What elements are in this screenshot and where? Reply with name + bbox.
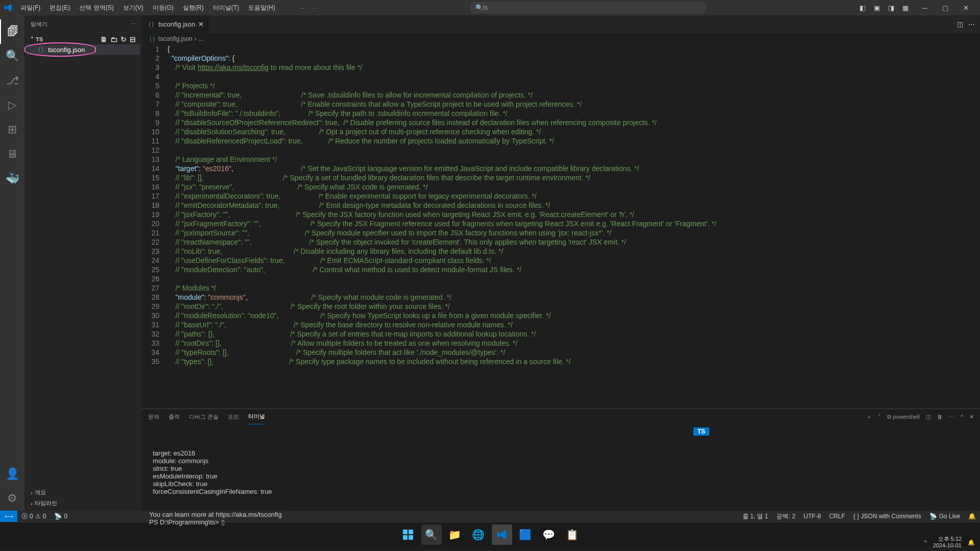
tsconfig-file-icon: { } bbox=[37, 45, 45, 54]
menu-help[interactable]: 도움말(H) bbox=[244, 2, 279, 14]
command-center-search[interactable]: 🔍 ts bbox=[471, 2, 706, 13]
activity-search-icon[interactable]: 🔍 bbox=[0, 44, 25, 68]
code-editor[interactable]: 1234567891011121314151617181920212223242… bbox=[142, 44, 980, 409]
remote-button[interactable]: ⟷ bbox=[0, 511, 17, 522]
chevron-down-icon: ˅ bbox=[31, 36, 34, 43]
panel-tab-terminal[interactable]: 터미널 bbox=[248, 409, 265, 424]
terminal-split-icon[interactable]: ◫ bbox=[926, 410, 931, 424]
sidebar: 탐색기 ⋯ ˅ TS 🗎 🗀 ↻ ⊟ { } tsconfig.json bbox=[25, 15, 142, 511]
bottom-panel: 문제 출력 디버그 콘솔 포트 터미널 ＋ ˅ ⧉ powershell ◫ 🗑… bbox=[142, 409, 980, 511]
breadcrumb[interactable]: { } tsconfig.json › ... bbox=[142, 33, 980, 44]
activity-remote-icon[interactable]: 🖥 bbox=[0, 142, 25, 166]
window-close-button[interactable]: ✕ bbox=[955, 0, 976, 15]
tab-close-button[interactable]: ✕ bbox=[198, 20, 204, 28]
activity-docker-icon[interactable]: 🐳 bbox=[0, 166, 25, 191]
activity-account-icon[interactable]: 👤 bbox=[0, 462, 25, 486]
terminal-kill-icon[interactable]: 🗑 bbox=[937, 410, 943, 423]
terminal-content[interactable]: TS target: es2016 module: commonjs stric… bbox=[142, 424, 980, 543]
activity-extensions-icon[interactable]: ⊞ bbox=[0, 117, 25, 142]
nav-forward-icon[interactable]: → bbox=[310, 4, 317, 12]
menu-terminal[interactable]: 터미널(T) bbox=[209, 2, 243, 14]
panel-tab-debug[interactable]: 디버그 콘솔 bbox=[189, 410, 219, 424]
editor-tabs: { } tsconfig.json ✕ ◫ ⋯ bbox=[142, 15, 980, 33]
panel-tab-problems[interactable]: 문제 bbox=[148, 410, 159, 424]
outline-label: 개요 bbox=[35, 489, 46, 496]
code-content[interactable]: { "compilerOptions": { /* Visit https://… bbox=[168, 44, 980, 409]
outline-header[interactable]: › 개요 bbox=[29, 487, 138, 498]
menu-go[interactable]: 이동(G) bbox=[149, 2, 178, 14]
menu-bar: 파일(F) 편집(E) 선택 영역(S) 보기(V) 이동(G) 실행(R) 터… bbox=[16, 2, 279, 14]
tab-more-icon[interactable]: ⋯ bbox=[968, 20, 975, 28]
timeline-header[interactable]: › 타임라인 bbox=[29, 498, 138, 509]
tsconfig-file-icon: { } bbox=[147, 20, 155, 29]
tray-chevron-icon[interactable]: ^ bbox=[924, 539, 927, 545]
panel-maximize-icon[interactable]: ^ bbox=[961, 410, 963, 423]
refresh-icon[interactable]: ↻ bbox=[121, 35, 127, 43]
menu-edit[interactable]: 편집(E) bbox=[45, 2, 74, 14]
activity-explorer-icon[interactable]: 🗐 bbox=[0, 19, 25, 44]
menu-file[interactable]: 파일(F) bbox=[16, 2, 44, 14]
terminal-shell-label[interactable]: ⧉ powershell bbox=[887, 410, 920, 424]
ts-badge: TS bbox=[694, 427, 709, 436]
explorer-folder-header[interactable]: ˅ TS 🗎 🗀 ↻ ⊟ bbox=[27, 34, 140, 44]
activity-bar: 🗐 🔍 ⎇ ▷ ⊞ 🖥 🐳 👤 ⚙ bbox=[0, 15, 25, 511]
search-icon: 🔍 bbox=[475, 4, 483, 11]
status-ports[interactable]: 📡 0 bbox=[50, 513, 71, 520]
nav-back-icon[interactable]: ← bbox=[300, 4, 306, 12]
chevron-right-icon: › bbox=[31, 490, 33, 496]
terminal-text: target: es2016 module: commonjs strict: … bbox=[149, 449, 973, 526]
menu-view[interactable]: 보기(V) bbox=[119, 2, 148, 14]
terminal-new-icon[interactable]: ＋ bbox=[866, 410, 872, 424]
layout-customize-icon[interactable]: ▦ bbox=[902, 4, 909, 12]
window-maximize-button[interactable]: ▢ bbox=[935, 0, 955, 15]
folder-name: TS bbox=[36, 36, 43, 42]
collapse-icon[interactable]: ⊟ bbox=[130, 35, 136, 43]
sidebar-more-icon[interactable]: ⋯ bbox=[130, 21, 136, 28]
clock-date[interactable]: 2024-10-01 bbox=[933, 542, 962, 549]
activity-scm-icon[interactable]: ⎇ bbox=[0, 68, 25, 93]
split-editor-icon[interactable]: ◫ bbox=[957, 20, 963, 28]
title-bar: 파일(F) 편집(E) 선택 영역(S) 보기(V) 이동(G) 실행(R) 터… bbox=[0, 0, 980, 15]
clock-time[interactable]: 오후 5:12 bbox=[933, 536, 962, 542]
line-gutter: 1234567891011121314151617181920212223242… bbox=[142, 44, 168, 409]
activity-settings-icon[interactable]: ⚙ bbox=[0, 486, 25, 511]
new-folder-icon[interactable]: 🗀 bbox=[110, 35, 117, 43]
chevron-right-icon: › bbox=[31, 500, 33, 507]
panel-tab-ports[interactable]: 포트 bbox=[228, 410, 239, 424]
search-text: ts bbox=[483, 4, 488, 11]
tsconfig-file-icon: { } bbox=[148, 35, 156, 43]
menu-selection[interactable]: 선택 영역(S) bbox=[75, 2, 117, 14]
file-tsconfig[interactable]: { } tsconfig.json bbox=[27, 44, 140, 55]
window-minimize-button[interactable]: ─ bbox=[915, 0, 935, 15]
new-file-icon[interactable]: 🗎 bbox=[100, 35, 107, 43]
panel-close-icon[interactable]: ✕ bbox=[969, 410, 974, 424]
status-problems[interactable]: ⓧ 0 ⚠ 0 bbox=[17, 512, 50, 521]
layout-toggle-left-icon[interactable]: ◧ bbox=[859, 4, 866, 12]
chevron-right-icon: › bbox=[195, 35, 197, 42]
timeline-label: 타임라인 bbox=[35, 499, 57, 507]
breadcrumb-more: ... bbox=[199, 35, 204, 42]
breadcrumb-file: tsconfig.json bbox=[158, 35, 193, 42]
menu-run[interactable]: 실행(R) bbox=[179, 2, 208, 14]
layout-toggle-right-icon[interactable]: ◨ bbox=[888, 4, 894, 12]
panel-tab-output[interactable]: 출력 bbox=[169, 410, 180, 424]
tab-tsconfig[interactable]: { } tsconfig.json ✕ bbox=[142, 15, 209, 33]
sidebar-title: 탐색기 bbox=[31, 20, 47, 28]
panel-more-icon[interactable]: ⋯ bbox=[949, 410, 954, 424]
terminal-dropdown-icon[interactable]: ˅ bbox=[878, 410, 881, 424]
tray-notification-icon[interactable]: 🔔 bbox=[968, 539, 975, 546]
vscode-logo-icon bbox=[4, 4, 12, 12]
layout-toggle-panel-icon[interactable]: ▣ bbox=[874, 4, 880, 12]
tab-label: tsconfig.json bbox=[158, 20, 195, 28]
activity-debug-icon[interactable]: ▷ bbox=[0, 93, 25, 117]
file-name: tsconfig.json bbox=[48, 46, 85, 54]
